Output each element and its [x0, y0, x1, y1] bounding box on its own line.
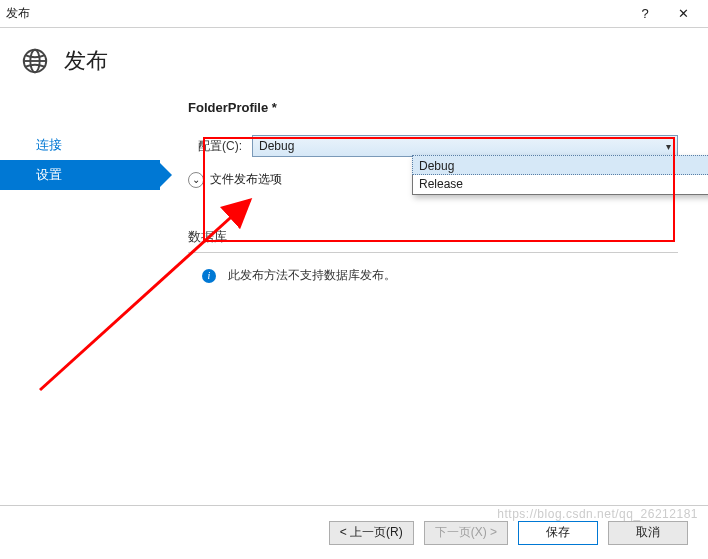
dialog-header: 发布	[0, 28, 708, 90]
config-option-release[interactable]: Release	[413, 174, 708, 194]
chevron-down-icon: ▾	[666, 141, 671, 152]
page-title: 发布	[64, 46, 108, 76]
config-select-value: Debug	[259, 139, 294, 153]
sidebar-item-connection[interactable]: 连接	[0, 130, 160, 160]
divider	[188, 252, 678, 253]
window-title: 发布	[6, 5, 30, 22]
info-icon: i	[202, 269, 216, 283]
prev-button[interactable]: < 上一页(R)	[329, 521, 414, 545]
next-button: 下一页(X) >	[424, 521, 508, 545]
config-option-debug[interactable]: Debug	[412, 155, 708, 175]
config-select[interactable]: Debug ▾	[252, 135, 678, 157]
expander-label: 文件发布选项	[210, 171, 282, 188]
close-button[interactable]: ✕	[664, 6, 702, 21]
sidebar: 连接 设置	[0, 90, 160, 480]
sidebar-item-settings[interactable]: 设置	[0, 160, 160, 190]
profile-name: FolderProfile *	[188, 100, 678, 115]
config-dropdown: Debug Release	[412, 155, 708, 195]
cancel-button[interactable]: 取消	[608, 521, 688, 545]
config-label: 配置(C):	[188, 138, 242, 155]
titlebar: 发布 ? ✕	[0, 0, 708, 28]
database-info: i 此发布方法不支持数据库发布。	[188, 267, 678, 284]
help-button[interactable]: ?	[626, 6, 664, 21]
save-button[interactable]: 保存	[518, 521, 598, 545]
main-panel: FolderProfile * 配置(C): Debug ▾ ⌄ 文件发布选项 …	[160, 90, 708, 480]
database-info-text: 此发布方法不支持数据库发布。	[228, 267, 396, 284]
globe-icon	[20, 46, 50, 76]
database-header: 数据库	[188, 228, 678, 246]
chevron-down-icon: ⌄	[188, 172, 204, 188]
footer: < 上一页(R) 下一页(X) > 保存 取消	[0, 505, 708, 559]
